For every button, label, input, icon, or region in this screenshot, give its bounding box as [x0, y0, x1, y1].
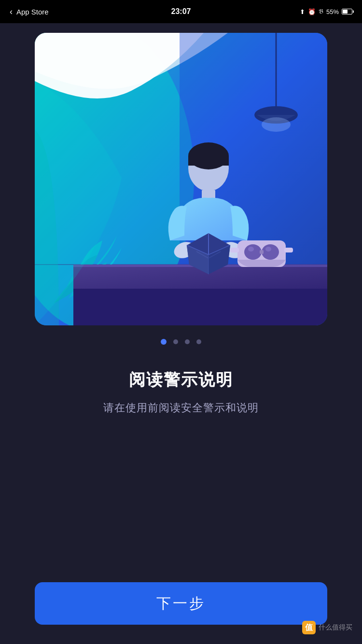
bluetooth-icon: 𝔅: [319, 8, 323, 15]
main-title: 阅读警示说明: [103, 369, 259, 391]
dot-2[interactable]: [173, 339, 178, 344]
back-chevron-icon: ‹: [10, 7, 13, 17]
next-button[interactable]: 下一步: [35, 582, 327, 625]
dot-1[interactable]: [161, 339, 167, 345]
svg-rect-8: [188, 156, 229, 166]
svg-point-5: [262, 117, 291, 132]
illustration-svg: [35, 33, 327, 325]
alarm-icon: ⏰: [308, 8, 316, 15]
sub-title: 请在使用前阅读安全警示和说明: [103, 401, 259, 415]
svg-rect-17: [230, 248, 239, 252]
svg-point-13: [244, 244, 262, 260]
dots-container: [161, 339, 201, 345]
watermark-text: 什么值得买: [319, 623, 352, 632]
dot-4[interactable]: [196, 339, 201, 344]
status-indicators: ⬆ ⏰ 𝔅 55%: [300, 8, 352, 15]
svg-point-15: [248, 247, 254, 252]
back-label[interactable]: App Store: [16, 8, 49, 16]
main-content: 阅读警示说明 请在使用前阅读安全警示和说明 下一步: [0, 23, 362, 644]
battery-percent: 55%: [326, 8, 339, 15]
svg-point-16: [265, 247, 271, 252]
watermark-icon: 值: [302, 621, 316, 634]
back-nav[interactable]: ‹ App Store: [10, 7, 49, 17]
svg-rect-19: [260, 250, 264, 254]
title-section: 阅读警示说明 请在使用前阅读安全警示和说明: [84, 369, 278, 415]
status-bar: ‹ App Store 23:07 ⬆ ⏰ 𝔅 55%: [0, 0, 362, 23]
watermark: 值 什么值得买: [302, 621, 352, 634]
dot-3[interactable]: [185, 339, 190, 344]
location-icon: ⬆: [300, 8, 305, 15]
status-time: 23:07: [171, 7, 191, 16]
svg-point-14: [262, 244, 279, 260]
svg-rect-18: [284, 248, 293, 252]
illustration-card: [35, 33, 327, 325]
battery-icon: [342, 9, 352, 14]
